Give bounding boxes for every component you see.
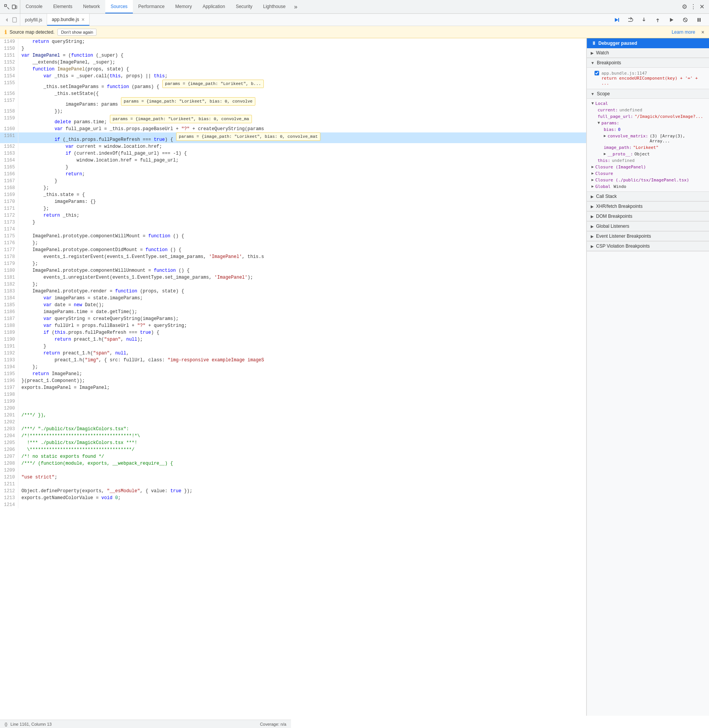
watch-section: ▶ Watch [587,48,709,58]
code-line: 1164 window.location.href = full_page_ur… [0,157,586,164]
dom-chevron-icon[interactable]: ▶ [591,214,594,219]
device-icon[interactable] [11,4,18,10]
file-tab-polyfill[interactable]: polyfill.js [20,14,47,26]
back-icon[interactable] [4,17,10,23]
code-line: 1200 [0,405,586,412]
tab-network[interactable]: Network [78,0,105,13]
code-line: 1149 return queryString; [0,38,586,45]
local-chevron-icon[interactable]: ▼ [591,101,594,105]
pause-icon: ⏸ [591,41,596,46]
file-tab-app-bundle[interactable]: app.bundle.js × [47,14,90,26]
scope-params-header[interactable]: ▼ params: [598,120,704,126]
code-line: 1165 } [0,164,586,171]
scope-closure-1[interactable]: ▶ Closure (ImagePanel) [591,164,704,170]
breakpoints-chevron-icon[interactable]: ▼ [591,61,595,65]
closure2-chevron-icon[interactable]: ▶ [591,171,594,175]
convolve-matrix-chevron-icon[interactable]: ▶ [604,134,606,138]
tab-settings: ⚙ ⋮ ✕ [679,3,707,10]
inspect-icon[interactable] [4,4,10,10]
tab-lighthouse[interactable]: Lighthouse [258,0,291,13]
event-listener-header[interactable]: ▶ Event Listener Breakpoints [587,232,709,241]
xhr-breakpoints-header[interactable]: ▶ XHR/fetch Breakpoints [587,202,709,211]
scope-global[interactable]: ▶ Global Windo [591,183,704,190]
tab-performance[interactable]: Performance [133,0,170,13]
tab-overflow[interactable]: » [291,0,301,13]
scope-closure-3[interactable]: ▶ Closure (./public/tsx/ImagePanel.tsx) [591,177,704,183]
dom-breakpoints-header[interactable]: ▶ DOM Breakpoints [587,212,709,221]
code-line: 1188 var fullUrl = props.fullBaseUrl + "… [0,322,586,329]
code-line: 1150 } [0,45,586,52]
code-line: 1162 var current = window.location.href; [0,143,586,150]
global-listeners-chevron-icon[interactable]: ▶ [591,224,594,229]
pause-on-exceptions-button[interactable] [694,15,704,25]
code-line: 1210 "use strict"; [0,474,586,481]
code-line: 1179 }; [0,260,586,267]
closure1-chevron-icon[interactable]: ▶ [591,165,594,169]
code-line: 1180 ImagePanel.prototype.componentWillU… [0,267,586,274]
code-line: 1176 }; [0,240,586,246]
code-line: 1159 delete params.time;params = {image_… [0,115,586,126]
tab-application[interactable]: Application [197,0,230,13]
proto-chevron-icon[interactable]: ▶ [604,152,606,156]
step-into-button[interactable] [639,15,649,25]
global-chevron-icon[interactable]: ▶ [591,184,594,188]
call-stack-chevron-icon[interactable]: ▶ [591,194,594,199]
code-line: 1160 var full_page_url = _this.props.pag… [0,126,586,132]
code-line: 1168 }; [0,184,586,191]
scope-bias: bias: 0 [604,126,704,133]
close-devtools-icon[interactable]: ✕ [699,3,704,10]
debugger-toolbar [608,15,707,25]
tab-sources[interactable]: Sources [105,0,133,13]
more-options-icon[interactable]: ⋮ [690,3,696,10]
svg-rect-1 [12,5,15,9]
scope-closure-2[interactable]: ▶ Closure [591,170,704,177]
code-line: 1187 var queryString = createQueryString… [0,315,586,322]
resume-button[interactable] [611,15,622,25]
scope-chevron-icon[interactable]: ▼ [591,92,595,96]
csp-chevron-icon[interactable]: ▶ [591,244,594,248]
scope-local-header[interactable]: ▼ Local [591,100,704,107]
settings-icon[interactable]: ⚙ [682,3,687,10]
watch-section-header[interactable]: ▶ Watch [587,48,709,58]
tab-elements[interactable]: Elements [48,0,78,13]
tab-console[interactable]: Console [20,0,48,13]
call-stack-section: ▶ Call Stack [587,192,709,202]
main-content: 1149 return queryString; 1150 } 1151 var… [0,38,709,716]
tab-memory[interactable]: Memory [170,0,197,13]
breakpoints-section-header[interactable]: ▼ Breakpoints [587,58,709,68]
info-close-button[interactable]: × [701,29,704,35]
scope-section-header[interactable]: ▼ Scope [587,89,709,99]
svg-rect-8 [699,18,701,22]
xhr-chevron-icon[interactable]: ▶ [591,204,594,209]
close-file-tab-icon[interactable]: × [82,16,85,23]
global-listeners-header[interactable]: ▶ Global Listeners [587,222,709,231]
scope-current: current: undefined [598,107,704,113]
watch-chevron-icon[interactable]: ▶ [591,51,594,55]
code-line: 1155 _this.setImageParams = function (pa… [0,80,586,90]
code-line: 1206 \**********************************… [0,446,586,453]
params-chevron-icon[interactable]: ▼ [598,121,600,125]
debug-panel: ⏸ Debugger paused ▶ Watch ▼ Breakpoints … [586,38,709,716]
deactivate-breakpoints-button[interactable] [680,15,691,25]
breakpoint-file: app.bundle.js:1147 [601,71,701,76]
breakpoints-section: ▼ Breakpoints app.bundle.js:1147 return … [587,58,709,89]
learn-more-link[interactable]: Learn more [671,29,695,35]
breakpoint-checkbox[interactable] [595,71,599,75]
file-icon[interactable] [11,17,18,23]
csp-violation-header[interactable]: ▶ CSP Violation Breakpoints [587,242,709,251]
call-stack-header[interactable]: ▶ Call Stack [587,192,709,201]
code-editor[interactable]: 1149 return queryString; 1150 } 1151 var… [0,38,586,716]
breakpoint-code: return encodeURIComponent(key) + '=' + .… [601,76,701,86]
code-line: 1214 [0,501,586,508]
tab-security[interactable]: Security [230,0,258,13]
step-button[interactable] [666,15,677,25]
scope-convolve-matrix[interactable]: ▶ convolve_matrix: (3) [Array(3), Array.… [604,133,704,144]
dont-show-again-button[interactable]: Don't show again [57,29,96,36]
step-over-button[interactable] [625,15,635,25]
code-line: 1190 return preact_1.h("span", null); [0,336,586,343]
scope-proto[interactable]: ▶ __proto__: Object [604,151,704,157]
step-out-button[interactable] [652,15,663,25]
code-line: 1196 }(preact_1.Component)); [0,377,586,384]
event-listener-chevron-icon[interactable]: ▶ [591,234,594,238]
closure3-chevron-icon[interactable]: ▶ [591,178,594,182]
